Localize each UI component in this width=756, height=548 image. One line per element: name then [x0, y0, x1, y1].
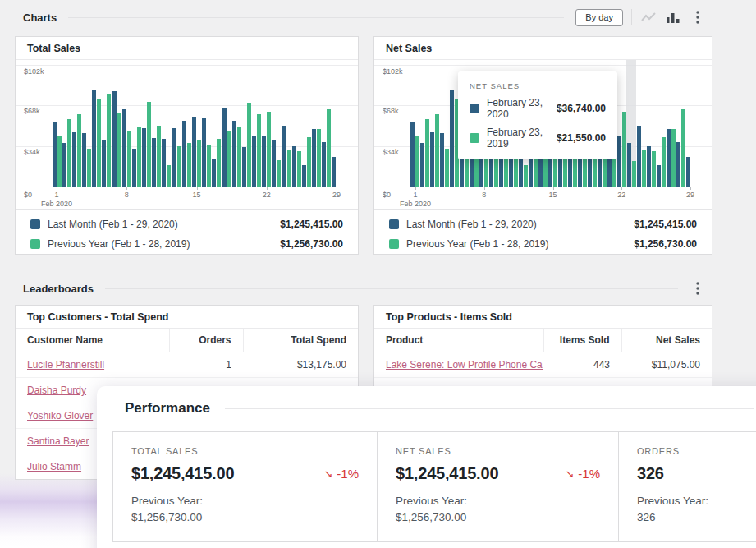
- bar-group-day-18[interactable]: [222, 65, 231, 187]
- bar[interactable]: [107, 94, 111, 187]
- bar-group-day-11[interactable]: [152, 65, 162, 187]
- bar[interactable]: [97, 99, 101, 187]
- bar[interactable]: [102, 140, 106, 187]
- bar-group-day-26[interactable]: [656, 65, 666, 187]
- bar[interactable]: [445, 149, 449, 187]
- bar[interactable]: [435, 114, 439, 187]
- bar[interactable]: [112, 91, 117, 187]
- bar-group-day-3[interactable]: [430, 65, 440, 187]
- bar[interactable]: [420, 143, 424, 187]
- bar[interactable]: [307, 137, 311, 187]
- bar[interactable]: [317, 129, 321, 187]
- bar[interactable]: [450, 90, 454, 187]
- bar[interactable]: [162, 139, 166, 187]
- bar[interactable]: [62, 143, 66, 187]
- bar-group-day-23[interactable]: [626, 65, 636, 187]
- bar[interactable]: [252, 136, 256, 187]
- bar[interactable]: [681, 109, 685, 187]
- bar-chart-toggle-icon[interactable]: [665, 9, 681, 25]
- bar-group-day-10[interactable]: [142, 65, 152, 187]
- bar[interactable]: [57, 136, 62, 187]
- bar-group-day-4[interactable]: [82, 65, 92, 187]
- bar[interactable]: [568, 159, 572, 187]
- customer-link[interactable]: Julio Stamm: [27, 461, 81, 472]
- bar[interactable]: [287, 150, 291, 187]
- bar-group-day-27[interactable]: [666, 65, 676, 187]
- bar[interactable]: [137, 127, 141, 187]
- bar[interactable]: [440, 133, 444, 187]
- bar-group-day-17[interactable]: [212, 65, 222, 187]
- bar-group-day-29[interactable]: [685, 65, 695, 187]
- bar[interactable]: [212, 159, 216, 187]
- bar[interactable]: [524, 165, 528, 187]
- line-chart-toggle-icon[interactable]: [640, 9, 657, 25]
- bar[interactable]: [167, 165, 171, 187]
- bar[interactable]: [92, 90, 96, 187]
- bar[interactable]: [302, 165, 306, 187]
- bar[interactable]: [642, 150, 646, 187]
- bar-group-day-2[interactable]: [62, 65, 71, 187]
- bar[interactable]: [142, 128, 146, 187]
- bar-group-day-24[interactable]: [636, 65, 646, 187]
- bar-group-day-2[interactable]: [420, 65, 430, 187]
- interval-select[interactable]: By day: [575, 9, 623, 26]
- bar[interactable]: [327, 109, 331, 187]
- customer-link[interactable]: Santina Bayer: [27, 435, 89, 447]
- bar[interactable]: [182, 121, 186, 187]
- bar[interactable]: [172, 128, 176, 187]
- customer-link[interactable]: Daisha Purdy: [27, 385, 86, 396]
- bar[interactable]: [247, 103, 251, 187]
- bar[interactable]: [157, 126, 161, 187]
- bar-group-day-22[interactable]: [262, 65, 272, 187]
- legend-item-last-month[interactable]: Last Month (Feb 1 - 29, 2020) $1,245,415…: [374, 214, 712, 234]
- bar[interactable]: [257, 114, 261, 187]
- bar[interactable]: [227, 131, 231, 187]
- bar-group-day-25[interactable]: [646, 65, 656, 187]
- bar[interactable]: [277, 160, 281, 187]
- bar[interactable]: [297, 151, 301, 187]
- bar-group-day-1[interactable]: [52, 65, 62, 187]
- bar[interactable]: [322, 142, 326, 187]
- bar-group-day-24[interactable]: [282, 65, 291, 187]
- bar[interactable]: [332, 157, 336, 187]
- bar[interactable]: [82, 133, 86, 187]
- bar-group-day-7[interactable]: [112, 65, 121, 187]
- leaderboards-menu-kebab-icon[interactable]: [690, 280, 706, 297]
- bar[interactable]: [415, 136, 419, 187]
- bar[interactable]: [282, 126, 286, 187]
- bar-group-day-28[interactable]: [322, 65, 332, 187]
- bar-group-day-19[interactable]: [231, 65, 241, 187]
- bar-group-day-9[interactable]: [131, 65, 141, 187]
- bar[interactable]: [267, 112, 271, 187]
- bar-group-day-8[interactable]: [121, 65, 131, 187]
- bar[interactable]: [67, 119, 71, 187]
- bar-group-day-5[interactable]: [92, 65, 102, 187]
- bar[interactable]: [87, 149, 91, 187]
- bar-group-day-6[interactable]: [102, 65, 112, 187]
- bar-group-day-26[interactable]: [301, 65, 311, 187]
- bar-group-day-21[interactable]: [251, 65, 261, 187]
- product-link[interactable]: Lake Serene: Low Profile Phone Cases: [386, 359, 543, 371]
- bar[interactable]: [425, 119, 429, 187]
- bar[interactable]: [657, 165, 661, 187]
- bar[interactable]: [262, 136, 266, 187]
- bar[interactable]: [671, 129, 676, 187]
- bar-group-day-28[interactable]: [676, 65, 685, 187]
- legend-item-previous-year[interactable]: Previous Year (Feb 1 - 28, 2019) $1,256,…: [374, 234, 712, 254]
- bar-group-day-22[interactable]: [616, 65, 626, 187]
- bar-group-day-3[interactable]: [71, 65, 81, 187]
- bar[interactable]: [686, 157, 690, 187]
- legend-item-last-month[interactable]: Last Month (Feb 1 - 29, 2020) $1,245,415…: [16, 214, 358, 234]
- bar[interactable]: [632, 161, 636, 187]
- bar[interactable]: [222, 108, 227, 187]
- bar[interactable]: [197, 140, 201, 187]
- bar[interactable]: [147, 102, 151, 187]
- bar[interactable]: [192, 117, 196, 187]
- bar[interactable]: [676, 142, 680, 187]
- bar-group-day-20[interactable]: [241, 65, 251, 187]
- bar[interactable]: [637, 126, 641, 187]
- customer-link[interactable]: Lucile Pfannerstill: [27, 359, 104, 371]
- bar[interactable]: [312, 129, 316, 187]
- bar[interactable]: [202, 118, 206, 187]
- bar[interactable]: [667, 129, 671, 187]
